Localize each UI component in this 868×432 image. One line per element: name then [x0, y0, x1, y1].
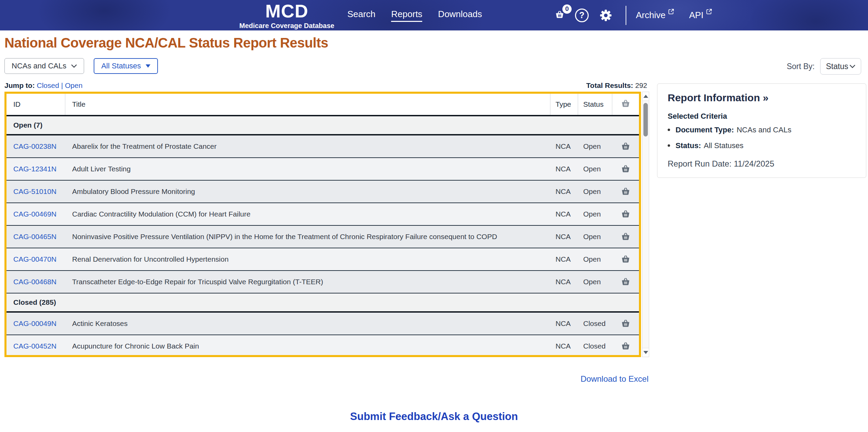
status-cell: Open — [578, 142, 612, 150]
add-to-basket-button[interactable] — [612, 341, 639, 351]
table-row: CAG-00049NActinic KeratosesNCAClosed — [6, 313, 639, 335]
status-cell: Closed — [578, 319, 612, 328]
chevron-down-icon — [850, 65, 855, 68]
nav-link-reports[interactable]: Reports — [391, 9, 422, 22]
bullet-icon — [668, 129, 670, 131]
results-table: ID Title Type Status Open (7)CAG-00238NA… — [4, 92, 641, 357]
bullet-icon — [668, 144, 670, 147]
scrollbar-down-button[interactable] — [642, 348, 649, 357]
report-information-title[interactable]: Report Information » — [668, 92, 856, 104]
id-cell: CAG-51010N — [6, 187, 65, 196]
title-cell: Abarelix for the Treatment of Prostate C… — [65, 142, 550, 150]
basket-icon — [620, 99, 631, 110]
document-id-link[interactable]: CAG-00452N — [13, 342, 56, 350]
add-to-basket-button[interactable] — [612, 164, 639, 174]
add-to-basket-button[interactable] — [612, 277, 639, 287]
column-header-type[interactable]: Type — [550, 94, 578, 115]
sort-by-dropdown[interactable]: Status — [820, 58, 861, 75]
document-id-link[interactable]: CAG-51010N — [13, 187, 56, 195]
scrollbar-thumb[interactable] — [643, 103, 648, 136]
nav-links: Search Reports Downloads — [347, 9, 482, 22]
type-cell: NCA — [550, 319, 578, 328]
scrollbar-up-button[interactable] — [642, 92, 649, 101]
jump-to-label: Jump to: — [4, 81, 35, 89]
jump-to-closed-link[interactable]: Closed — [37, 81, 59, 89]
sort-by-value: Status — [826, 62, 848, 71]
criteria-label: Document Type: — [676, 126, 734, 134]
title-cell: Transcatheter Edge-to-Edge Repair for Tr… — [65, 278, 550, 286]
nav-icons: 0 ? — [555, 9, 613, 22]
title-cell: Adult Liver Testing — [65, 165, 550, 173]
status-filter-dropdown[interactable]: All Statuses — [94, 58, 158, 74]
filter-bar: NCAs and CALs All Statuses — [4, 58, 158, 74]
status-cell: Open — [578, 165, 612, 173]
help-icon[interactable]: ? — [575, 9, 589, 22]
id-cell: CAG-00465N — [6, 233, 65, 241]
column-header-basket[interactable] — [612, 94, 639, 115]
table-scrollbar[interactable] — [642, 92, 649, 357]
column-header-status[interactable]: Status — [578, 94, 612, 115]
caret-down-icon — [146, 64, 150, 68]
nav-link-downloads[interactable]: Downloads — [438, 9, 482, 22]
type-cell: NCA — [550, 255, 578, 263]
total-results: Total Results: 292 — [586, 81, 647, 90]
add-to-basket-button[interactable] — [612, 232, 639, 241]
sort-by: Sort By: Status — [787, 58, 861, 75]
status-cell: Open — [578, 210, 612, 218]
submit-feedback-link[interactable]: Submit Feedback/Ask a Question — [350, 410, 518, 422]
top-navbar: MCD Medicare Coverage Database Search Re… — [0, 0, 868, 30]
document-id-link[interactable]: CAG-00470N — [13, 255, 56, 263]
api-label: API — [689, 10, 704, 21]
type-cell: NCA — [550, 278, 578, 286]
external-link-icon — [706, 9, 712, 15]
download-to-excel-link[interactable]: Download to Excel — [580, 374, 649, 384]
nav-divider — [626, 6, 626, 25]
add-to-basket-button[interactable] — [612, 142, 639, 151]
status-cell: Open — [578, 255, 612, 263]
nav-link-api[interactable]: API — [689, 10, 712, 21]
logo-title: MCD — [239, 2, 334, 20]
add-to-basket-button[interactable] — [612, 254, 639, 264]
document-id-link[interactable]: CAG-12341N — [13, 165, 56, 173]
nav-link-archive[interactable]: Archive — [636, 10, 674, 21]
status-cell: Open — [578, 233, 612, 241]
document-type-dropdown[interactable]: NCAs and CALs — [4, 58, 84, 74]
add-to-basket-button[interactable] — [612, 209, 639, 219]
total-results-label: Total Results: — [586, 81, 633, 89]
external-link-icon — [668, 9, 674, 15]
nav-link-search[interactable]: Search — [347, 9, 375, 22]
table-row: CAG-00238NAbarelix for the Treatment of … — [6, 135, 639, 158]
mcd-logo[interactable]: MCD Medicare Coverage Database — [239, 2, 334, 29]
feedback-link-wrap: Submit Feedback/Ask a Question — [0, 410, 868, 423]
add-to-basket-button[interactable] — [612, 319, 639, 328]
report-run-date: Report Run Date: 11/24/2025 — [668, 159, 856, 169]
type-cell: NCA — [550, 233, 578, 241]
gear-icon[interactable] — [599, 9, 613, 22]
document-id-link[interactable]: CAG-00468N — [13, 278, 56, 286]
column-header-id[interactable]: ID — [6, 94, 65, 115]
chevron-down-icon — [71, 64, 77, 68]
document-id-link[interactable]: CAG-00238N — [13, 142, 56, 150]
logo-subtitle: Medicare Coverage Database — [239, 22, 334, 29]
type-cell: NCA — [550, 210, 578, 218]
title-cell: Ambulatory Blood Pressure Monitoring — [65, 187, 550, 196]
title-cell: Cardiac Contractility Modulation (CCM) f… — [65, 210, 550, 218]
nav-external-links: Archive API — [636, 10, 712, 21]
id-cell: CAG-00452N — [6, 342, 65, 350]
document-id-link[interactable]: CAG-00049N — [13, 319, 56, 327]
arrow-down-icon — [643, 351, 648, 354]
selected-criteria-heading: Selected Criteria — [668, 112, 856, 121]
column-header-title[interactable]: Title — [65, 94, 550, 115]
type-cell: NCA — [550, 142, 578, 150]
id-cell: CAG-00049N — [6, 319, 65, 328]
document-id-link[interactable]: CAG-00469N — [13, 210, 56, 218]
status-cell: Open — [578, 278, 612, 286]
document-id-link[interactable]: CAG-00465N — [13, 233, 56, 240]
jump-to-open-link[interactable]: Open — [65, 81, 82, 89]
basket-icon[interactable]: 0 — [555, 10, 565, 21]
table-row: CAG-00469NCardiac Contractility Modulati… — [6, 203, 639, 226]
page-title: National Coverage NCA/CAL Status Report … — [4, 35, 328, 51]
type-cell: NCA — [550, 342, 578, 350]
id-cell: CAG-12341N — [6, 165, 65, 173]
add-to-basket-button[interactable] — [612, 187, 639, 196]
